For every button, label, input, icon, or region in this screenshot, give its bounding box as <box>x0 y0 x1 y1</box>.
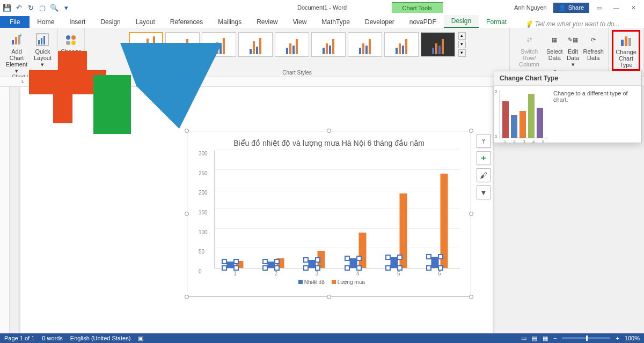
tab-layout[interactable]: Layout <box>128 16 163 28</box>
style-thumb-2[interactable] <box>165 32 200 57</box>
tab-chart-design[interactable]: Design <box>444 15 479 28</box>
view-print-layout-icon[interactable]: ▤ <box>532 335 537 342</box>
switch-row-column-icon: ⇄ <box>522 32 537 47</box>
chart-filters-button[interactable]: ▼ <box>477 185 491 199</box>
view-read-mode-icon[interactable]: ▭ <box>521 335 526 342</box>
resize-handle[interactable] <box>185 129 189 133</box>
zoom-out-icon[interactable]: − <box>553 335 557 341</box>
zoom-in-icon[interactable]: + <box>616 335 619 341</box>
edit-data-button[interactable]: ✎▦ Edit Data ▾ <box>565 30 581 68</box>
change-colors-icon <box>64 32 79 47</box>
resize-handle[interactable] <box>469 129 473 133</box>
save-icon[interactable]: 💾 <box>3 4 11 11</box>
chart-title[interactable]: Biểu đồ nhiệt độ và lượng mưa Hà Nội 6 t… <box>187 131 471 151</box>
styles-more-icon[interactable]: ▾ <box>458 49 466 57</box>
style-thumb-3[interactable] <box>202 32 236 57</box>
chart-plot-area[interactable]: 050100150200250300123456 <box>214 151 460 269</box>
resize-handle[interactable] <box>469 295 473 299</box>
chart-elements-button[interactable]: ＋ <box>477 151 491 165</box>
new-doc-icon[interactable]: ▢ <box>39 4 46 11</box>
resize-handle[interactable] <box>185 212 189 216</box>
style-thumb-4[interactable] <box>238 32 273 57</box>
tab-mailings[interactable]: Mailings <box>210 16 249 28</box>
embedded-chart[interactable]: Biểu đồ nhiệt độ và lượng mưa Hà Nội 6 t… <box>187 131 471 297</box>
style-thumb-1[interactable] <box>129 32 163 57</box>
style-thumb-9[interactable] <box>421 32 455 57</box>
ribbon-options-icon[interactable]: ▭ <box>591 2 606 13</box>
tab-design[interactable]: Design <box>93 16 128 28</box>
change-chart-type-tooltip: Change Chart Type 12345 5 0 Change to a … <box>494 71 642 143</box>
svg-rect-13 <box>625 36 627 46</box>
chart-side-buttons: ⫯ ＋ 🖌 ▼ <box>477 134 491 199</box>
style-thumb-5[interactable] <box>275 32 309 57</box>
ribbon-tabs: File Home Insert Design Layout Reference… <box>0 15 644 28</box>
zoom-slider[interactable] <box>562 337 610 339</box>
resize-handle[interactable] <box>327 295 331 299</box>
refresh-data-button[interactable]: ⟳ Refresh Data <box>583 30 604 68</box>
svg-text:+: + <box>19 33 23 38</box>
vertical-ruler <box>0 87 10 333</box>
tab-developer[interactable]: Developer <box>357 16 402 28</box>
chart-layout-options-button[interactable]: ⫯ <box>477 134 491 148</box>
svg-rect-1 <box>15 37 17 44</box>
ribbon: + Add Chart Element ▾ Quick Layout ▾ Cha… <box>0 28 644 77</box>
tab-review[interactable]: Review <box>249 16 285 28</box>
zoom-level[interactable]: 100% <box>625 335 640 341</box>
group-label-chart-styles: Chart Styles <box>282 70 311 77</box>
style-thumb-8[interactable] <box>384 32 419 57</box>
switch-row-column-button[interactable]: ⇄ Switch Row/ Column <box>514 30 544 68</box>
tooltip-chart-icon: 12345 5 0 <box>500 90 548 138</box>
tab-mathtype[interactable]: MathType <box>314 16 357 28</box>
resize-handle[interactable] <box>327 129 331 133</box>
print-preview-icon[interactable]: 🔍 <box>50 4 58 11</box>
close-icon[interactable]: ✕ <box>626 2 641 13</box>
tab-novapdf[interactable]: novaPDF <box>402 16 444 28</box>
chart-styles-gallery[interactable]: ▴ ▾ ▾ <box>129 30 466 57</box>
window-title: Document1 - Word <box>297 4 347 11</box>
add-chart-element-icon: + <box>9 32 24 47</box>
undo-icon[interactable]: ↶ <box>15 4 23 11</box>
quick-layout-icon <box>35 32 50 47</box>
style-thumb-7[interactable] <box>348 32 382 57</box>
status-page[interactable]: Page 1 of 1 <box>4 335 34 341</box>
chart-styles-button[interactable]: 🖌 <box>477 168 491 182</box>
status-word-count[interactable]: 0 words <box>42 335 63 341</box>
edit-data-icon: ✎▦ <box>566 32 581 47</box>
tooltip-title: Change Chart Type <box>494 71 641 86</box>
add-chart-element-button[interactable]: + Add Chart Element ▾ <box>4 30 29 74</box>
tooltip-description: Change to a different type of chart. <box>553 90 636 138</box>
chart-legend[interactable]: Nhiệt độ Lượng mưa <box>187 269 471 287</box>
minimize-icon[interactable]: — <box>609 2 624 13</box>
status-language[interactable]: English (United States) <box>70 335 131 341</box>
resize-handle[interactable] <box>185 295 189 299</box>
change-colors-button[interactable]: Change Colors ▾ <box>61 30 82 68</box>
tab-references[interactable]: References <box>163 16 210 28</box>
style-thumb-6[interactable] <box>311 32 346 57</box>
change-chart-type-button[interactable]: Change Chart Type <box>612 30 640 71</box>
select-data-button[interactable]: ▦ Select Data <box>546 30 563 68</box>
tell-me-search[interactable]: 💡 Tell me what you want to do... <box>525 20 620 28</box>
title-bar: 💾 ↶ ↻ ▢ 🔍 ▾ Document1 - Word Chart Tools… <box>0 0 644 15</box>
quick-layout-button[interactable]: Quick Layout ▾ <box>32 30 53 74</box>
view-web-layout-icon[interactable]: ▦ <box>543 335 548 342</box>
qat-dropdown-icon[interactable]: ▾ <box>62 4 70 11</box>
quick-access-toolbar: 💾 ↶ ↻ ▢ 🔍 ▾ <box>0 4 70 11</box>
legend-swatch-2 <box>332 280 336 284</box>
tab-home[interactable]: Home <box>30 16 62 28</box>
file-tab[interactable]: File <box>0 16 30 28</box>
tab-insert[interactable]: Insert <box>62 16 93 28</box>
change-chart-type-icon <box>619 33 634 48</box>
svg-point-9 <box>71 35 76 40</box>
styles-scroll-up-icon[interactable]: ▴ <box>458 32 466 40</box>
share-button[interactable]: 👤Share <box>553 3 589 13</box>
svg-rect-7 <box>43 36 45 44</box>
styles-scroll-down-icon[interactable]: ▾ <box>458 41 466 48</box>
tab-chart-format[interactable]: Format <box>479 16 514 28</box>
macro-recording-icon[interactable]: ▣ <box>138 335 143 342</box>
share-icon: 👤 <box>559 4 566 11</box>
redo-icon[interactable]: ↻ <box>27 4 34 11</box>
resize-handle[interactable] <box>469 212 473 216</box>
user-name[interactable]: Anh Nguyen <box>514 4 547 11</box>
chart-tools-context-label: Chart Tools <box>392 2 443 13</box>
tab-view[interactable]: View <box>286 16 314 28</box>
